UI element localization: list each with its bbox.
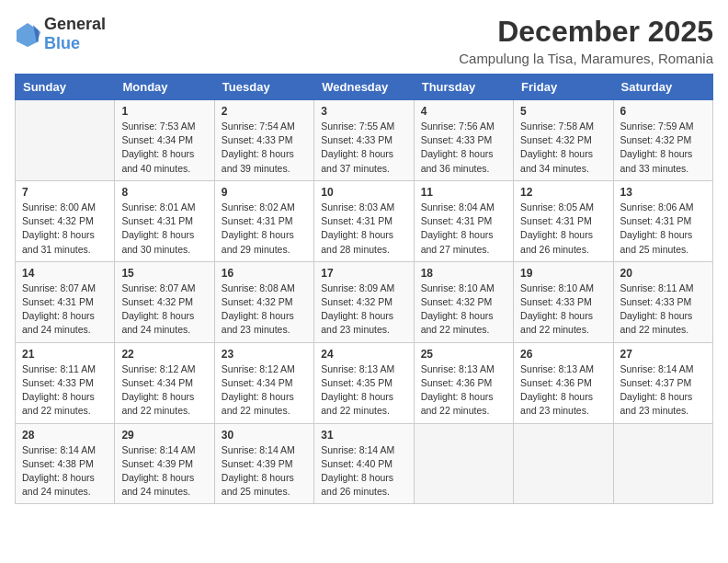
day-info: Sunrise: 8:11 AM Sunset: 4:33 PM Dayligh… xyxy=(620,282,706,338)
day-info: Sunrise: 7:59 AM Sunset: 4:32 PM Dayligh… xyxy=(620,120,706,176)
day-info: Sunrise: 8:07 AM Sunset: 4:32 PM Dayligh… xyxy=(121,282,207,338)
day-info: Sunrise: 8:14 AM Sunset: 4:40 PM Dayligh… xyxy=(321,443,406,500)
day-info: Sunrise: 7:54 AM Sunset: 4:33 PM Dayligh… xyxy=(222,120,307,176)
day-number: 1 xyxy=(121,105,207,118)
calendar-week-row: 14Sunrise: 8:07 AM Sunset: 4:31 PM Dayli… xyxy=(16,261,713,342)
day-number: 29 xyxy=(121,429,207,442)
title-area: December 2025 Campulung la Tisa, Maramur… xyxy=(459,15,713,66)
calendar-week-row: 28Sunrise: 8:14 AM Sunset: 4:38 PM Dayli… xyxy=(16,423,713,504)
weekday-header: Monday xyxy=(115,75,214,100)
calendar-cell: 23Sunrise: 8:12 AM Sunset: 4:34 PM Dayli… xyxy=(214,342,313,423)
calendar-cell: 12Sunrise: 8:05 AM Sunset: 4:31 PM Dayli… xyxy=(514,180,613,261)
calendar-cell: 30Sunrise: 8:14 AM Sunset: 4:39 PM Dayli… xyxy=(214,423,313,504)
weekday-header: Wednesday xyxy=(314,75,414,100)
calendar-cell: 3Sunrise: 7:55 AM Sunset: 4:33 PM Daylig… xyxy=(314,100,414,181)
calendar-cell: 7Sunrise: 8:00 AM Sunset: 4:32 PM Daylig… xyxy=(16,180,115,261)
header: General Blue December 2025 Campulung la … xyxy=(15,15,713,66)
calendar-cell: 26Sunrise: 8:13 AM Sunset: 4:36 PM Dayli… xyxy=(514,342,613,423)
weekday-header: Tuesday xyxy=(214,75,313,100)
logo-icon xyxy=(15,21,40,47)
weekday-header: Friday xyxy=(514,75,613,100)
day-number: 22 xyxy=(121,348,207,361)
month-title: December 2025 xyxy=(459,15,713,49)
day-number: 9 xyxy=(222,186,307,199)
day-number: 14 xyxy=(22,267,108,280)
day-number: 20 xyxy=(620,267,706,280)
weekday-header-row: SundayMondayTuesdayWednesdayThursdayFrid… xyxy=(16,75,713,100)
day-number: 15 xyxy=(121,267,207,280)
calendar-cell xyxy=(613,423,712,504)
day-info: Sunrise: 7:55 AM Sunset: 4:33 PM Dayligh… xyxy=(321,120,406,176)
day-number: 11 xyxy=(421,186,506,199)
day-info: Sunrise: 8:09 AM Sunset: 4:32 PM Dayligh… xyxy=(321,282,406,338)
day-number: 31 xyxy=(321,429,406,442)
calendar-cell xyxy=(16,100,115,181)
day-info: Sunrise: 8:14 AM Sunset: 4:38 PM Dayligh… xyxy=(22,443,108,500)
day-number: 10 xyxy=(321,186,406,199)
weekday-header: Saturday xyxy=(613,75,712,100)
calendar-cell: 18Sunrise: 8:10 AM Sunset: 4:32 PM Dayli… xyxy=(414,261,513,342)
calendar-cell: 13Sunrise: 8:06 AM Sunset: 4:31 PM Dayli… xyxy=(613,180,712,261)
logo-blue: Blue xyxy=(44,34,80,52)
calendar: SundayMondayTuesdayWednesdayThursdayFrid… xyxy=(15,74,713,504)
location-title: Campulung la Tisa, Maramures, Romania xyxy=(459,51,713,66)
day-info: Sunrise: 8:06 AM Sunset: 4:31 PM Dayligh… xyxy=(620,201,706,257)
calendar-week-row: 1Sunrise: 7:53 AM Sunset: 4:34 PM Daylig… xyxy=(16,100,713,181)
calendar-cell: 17Sunrise: 8:09 AM Sunset: 4:32 PM Dayli… xyxy=(314,261,414,342)
day-info: Sunrise: 8:00 AM Sunset: 4:32 PM Dayligh… xyxy=(22,201,108,257)
day-info: Sunrise: 8:10 AM Sunset: 4:32 PM Dayligh… xyxy=(421,282,506,338)
day-info: Sunrise: 8:12 AM Sunset: 4:34 PM Dayligh… xyxy=(121,362,207,419)
day-info: Sunrise: 8:05 AM Sunset: 4:31 PM Dayligh… xyxy=(520,201,606,257)
day-number: 2 xyxy=(222,105,307,118)
weekday-header: Sunday xyxy=(16,75,115,100)
calendar-cell: 19Sunrise: 8:10 AM Sunset: 4:33 PM Dayli… xyxy=(514,261,613,342)
day-number: 12 xyxy=(520,186,606,199)
day-number: 21 xyxy=(22,348,108,361)
day-number: 28 xyxy=(22,429,108,442)
day-info: Sunrise: 8:14 AM Sunset: 4:39 PM Dayligh… xyxy=(121,443,207,500)
calendar-cell: 29Sunrise: 8:14 AM Sunset: 4:39 PM Dayli… xyxy=(115,423,214,504)
day-info: Sunrise: 8:13 AM Sunset: 4:35 PM Dayligh… xyxy=(321,362,406,419)
day-number: 5 xyxy=(520,105,606,118)
day-number: 13 xyxy=(620,186,706,199)
day-number: 8 xyxy=(121,186,207,199)
calendar-cell xyxy=(514,423,613,504)
day-number: 16 xyxy=(222,267,307,280)
day-info: Sunrise: 8:11 AM Sunset: 4:33 PM Dayligh… xyxy=(22,362,108,419)
day-info: Sunrise: 8:08 AM Sunset: 4:32 PM Dayligh… xyxy=(222,282,307,338)
calendar-cell xyxy=(414,423,513,504)
day-number: 26 xyxy=(520,348,606,361)
calendar-cell: 6Sunrise: 7:59 AM Sunset: 4:32 PM Daylig… xyxy=(613,100,712,181)
day-info: Sunrise: 8:03 AM Sunset: 4:31 PM Dayligh… xyxy=(321,201,406,257)
day-info: Sunrise: 8:02 AM Sunset: 4:31 PM Dayligh… xyxy=(222,201,307,257)
calendar-cell: 4Sunrise: 7:56 AM Sunset: 4:33 PM Daylig… xyxy=(414,100,513,181)
day-number: 30 xyxy=(222,429,307,442)
calendar-cell: 25Sunrise: 8:13 AM Sunset: 4:36 PM Dayli… xyxy=(414,342,513,423)
day-info: Sunrise: 8:14 AM Sunset: 4:37 PM Dayligh… xyxy=(620,362,706,419)
calendar-cell: 16Sunrise: 8:08 AM Sunset: 4:32 PM Dayli… xyxy=(214,261,313,342)
day-number: 27 xyxy=(620,348,706,361)
calendar-cell: 1Sunrise: 7:53 AM Sunset: 4:34 PM Daylig… xyxy=(115,100,214,181)
day-info: Sunrise: 8:04 AM Sunset: 4:31 PM Dayligh… xyxy=(421,201,506,257)
logo-general: General xyxy=(44,15,106,33)
day-number: 17 xyxy=(321,267,406,280)
calendar-cell: 28Sunrise: 8:14 AM Sunset: 4:38 PM Dayli… xyxy=(16,423,115,504)
day-info: Sunrise: 8:14 AM Sunset: 4:39 PM Dayligh… xyxy=(222,443,307,500)
calendar-cell: 10Sunrise: 8:03 AM Sunset: 4:31 PM Dayli… xyxy=(314,180,414,261)
calendar-cell: 11Sunrise: 8:04 AM Sunset: 4:31 PM Dayli… xyxy=(414,180,513,261)
day-info: Sunrise: 8:01 AM Sunset: 4:31 PM Dayligh… xyxy=(121,201,207,257)
day-info: Sunrise: 8:07 AM Sunset: 4:31 PM Dayligh… xyxy=(22,282,108,338)
logo: General Blue xyxy=(15,15,106,53)
day-number: 6 xyxy=(620,105,706,118)
day-info: Sunrise: 7:56 AM Sunset: 4:33 PM Dayligh… xyxy=(421,120,506,176)
calendar-cell: 9Sunrise: 8:02 AM Sunset: 4:31 PM Daylig… xyxy=(214,180,313,261)
day-info: Sunrise: 7:58 AM Sunset: 4:32 PM Dayligh… xyxy=(520,120,606,176)
calendar-cell: 24Sunrise: 8:13 AM Sunset: 4:35 PM Dayli… xyxy=(314,342,414,423)
day-number: 4 xyxy=(421,105,506,118)
day-number: 25 xyxy=(421,348,506,361)
day-number: 18 xyxy=(421,267,506,280)
day-number: 24 xyxy=(321,348,406,361)
calendar-week-row: 7Sunrise: 8:00 AM Sunset: 4:32 PM Daylig… xyxy=(16,180,713,261)
calendar-cell: 21Sunrise: 8:11 AM Sunset: 4:33 PM Dayli… xyxy=(16,342,115,423)
calendar-cell: 15Sunrise: 8:07 AM Sunset: 4:32 PM Dayli… xyxy=(115,261,214,342)
